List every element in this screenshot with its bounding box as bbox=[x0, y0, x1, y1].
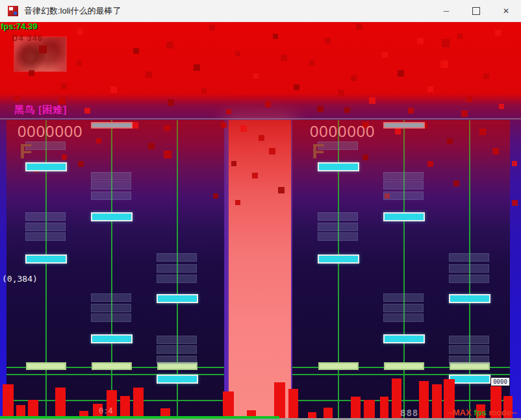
receptor-note bbox=[318, 362, 359, 370]
particle bbox=[417, 38, 424, 44]
note-gray bbox=[91, 314, 131, 322]
particle bbox=[325, 38, 331, 43]
particle bbox=[61, 83, 67, 89]
particle bbox=[133, 48, 139, 54]
particle bbox=[317, 106, 324, 112]
note-cyan bbox=[157, 294, 198, 303]
spectrum-bar bbox=[419, 381, 429, 418]
note-gray bbox=[383, 293, 424, 302]
max-mode-fps: fps bbox=[474, 408, 489, 417]
app-icon bbox=[8, 6, 18, 16]
particle bbox=[253, 73, 259, 79]
note-gray bbox=[157, 336, 197, 344]
debug-coordinate: (0,384) bbox=[2, 274, 38, 284]
particle bbox=[209, 25, 215, 31]
song-title: 黑鸟 [困难] bbox=[14, 104, 67, 116]
ghost-combo: 888 bbox=[400, 408, 418, 418]
note-cyan bbox=[91, 212, 133, 221]
particle bbox=[461, 110, 468, 117]
particle bbox=[221, 122, 227, 128]
note-gray bbox=[318, 232, 358, 241]
max-mode-pre: --MAX bbox=[447, 408, 474, 417]
score-left: 0000000 bbox=[18, 123, 83, 141]
fps-counter: fps:74.39 bbox=[1, 21, 37, 31]
particle bbox=[164, 125, 170, 131]
note-cyan bbox=[318, 254, 359, 264]
score-right: 0000000 bbox=[310, 123, 375, 141]
note-cyan bbox=[318, 162, 359, 171]
note-cyan bbox=[383, 334, 425, 343]
particle bbox=[213, 193, 218, 199]
note-cyan bbox=[449, 375, 490, 384]
particle bbox=[278, 187, 285, 193]
grade-left: F bbox=[19, 140, 32, 164]
particle bbox=[294, 84, 299, 90]
note-gray bbox=[157, 275, 197, 283]
spectrum-bar bbox=[288, 389, 298, 418]
note-gray bbox=[157, 345, 197, 354]
note-gray bbox=[25, 212, 66, 221]
minimize-button[interactable]: ─ bbox=[431, 0, 461, 21]
spectrum-bar bbox=[351, 397, 361, 418]
particle bbox=[442, 39, 450, 47]
particle bbox=[62, 154, 67, 160]
particle bbox=[240, 125, 247, 132]
note-gray bbox=[157, 264, 197, 273]
particle bbox=[512, 200, 518, 206]
spectrum-bar bbox=[432, 384, 442, 418]
max-mode-post: mode-- bbox=[489, 408, 516, 417]
particle bbox=[39, 45, 47, 53]
note-gray bbox=[91, 293, 131, 302]
note-gray bbox=[157, 356, 197, 364]
particle bbox=[344, 107, 350, 113]
particle bbox=[457, 34, 463, 39]
particle bbox=[235, 51, 240, 56]
spectrum-bar bbox=[120, 396, 130, 418]
note-gray bbox=[91, 172, 131, 180]
receptor-note bbox=[384, 362, 424, 370]
particle bbox=[369, 97, 375, 104]
particle bbox=[77, 29, 83, 35]
particle bbox=[309, 60, 314, 66]
maximize-button[interactable] bbox=[461, 0, 491, 21]
spectrum-bar bbox=[380, 397, 388, 418]
particle bbox=[427, 86, 433, 92]
particle bbox=[201, 88, 207, 93]
bottom-progress-line bbox=[0, 416, 279, 419]
particle bbox=[273, 34, 278, 39]
close-icon: ✕ bbox=[503, 6, 509, 16]
note-cyan bbox=[449, 294, 490, 303]
particle bbox=[447, 138, 453, 144]
particle bbox=[84, 108, 90, 114]
note-gray bbox=[449, 345, 489, 354]
note-gray bbox=[25, 223, 66, 231]
particle bbox=[166, 42, 173, 49]
dynamic-layer bbox=[0, 0, 521, 420]
note-gray bbox=[383, 314, 424, 322]
particle bbox=[483, 73, 489, 79]
note-gray bbox=[91, 304, 131, 312]
particle bbox=[440, 60, 448, 68]
particle bbox=[29, 70, 34, 76]
note-gray bbox=[91, 181, 131, 190]
particle bbox=[194, 64, 200, 71]
particle bbox=[259, 135, 264, 141]
spectrum-bar bbox=[223, 391, 234, 418]
spectrum-bar bbox=[3, 384, 14, 418]
note-gray bbox=[383, 191, 424, 200]
particle bbox=[168, 99, 174, 106]
maximize-icon bbox=[472, 7, 480, 15]
note-gray bbox=[157, 253, 197, 262]
particle bbox=[269, 148, 275, 154]
particle bbox=[14, 96, 19, 101]
note-gray bbox=[91, 191, 131, 200]
close-button[interactable]: ✕ bbox=[491, 0, 521, 21]
game-window: 音律幻数:loli什么的最棒了 ─ ✕ fps:74.39 D4 346 黑鸟 … bbox=[0, 0, 521, 420]
grade-right: F bbox=[312, 140, 325, 164]
particle bbox=[395, 129, 401, 134]
receptor-note bbox=[92, 362, 132, 370]
particle bbox=[265, 101, 271, 107]
particle bbox=[479, 129, 486, 135]
note-gray bbox=[318, 212, 358, 221]
particle bbox=[96, 138, 101, 143]
